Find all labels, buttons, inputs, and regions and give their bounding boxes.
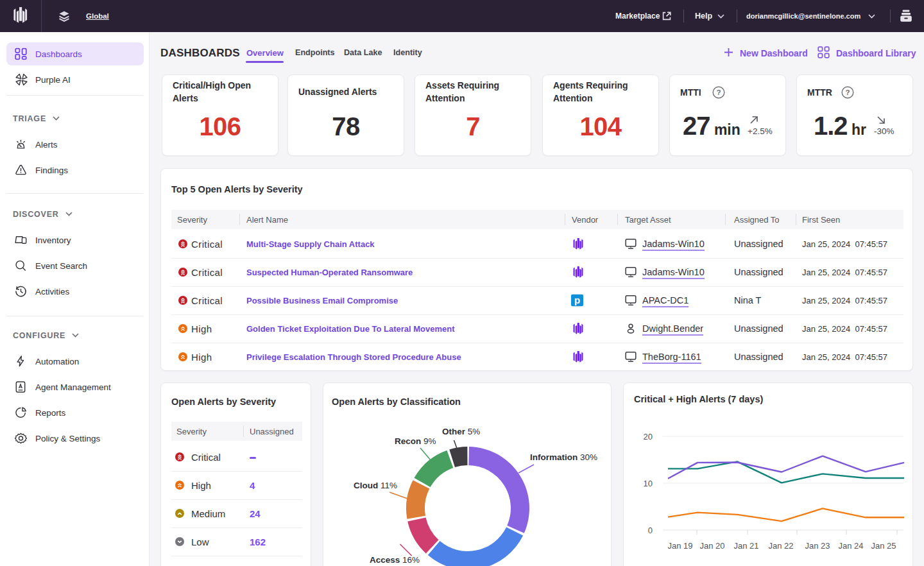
svg-text:Jan 22: Jan 22: [768, 541, 793, 551]
svg-text:20: 20: [644, 432, 653, 442]
svg-text:p: p: [574, 295, 580, 305]
svg-text:Recon 9%: Recon 9%: [395, 436, 436, 446]
svg-text:?: ?: [716, 89, 721, 96]
svg-text:Cloud 11%: Cloud 11%: [354, 481, 397, 490]
svg-text:Jan 21: Jan 21: [733, 541, 758, 551]
svg-text:?: ?: [845, 89, 850, 96]
svg-text:Jan 23: Jan 23: [805, 541, 830, 551]
svg-text:Other 5%: Other 5%: [442, 427, 480, 436]
svg-text:Jan 25: Jan 25: [871, 541, 896, 551]
svg-text:0: 0: [648, 526, 653, 535]
svg-text:Access 16%: Access 16%: [370, 555, 420, 565]
svg-text:Jan 20: Jan 20: [699, 541, 724, 551]
svg-text:Information 30%: Information 30%: [530, 452, 597, 462]
svg-text:Jan 24: Jan 24: [838, 541, 863, 551]
svg-text:10: 10: [644, 479, 653, 488]
svg-text:Jan 19: Jan 19: [667, 541, 692, 551]
